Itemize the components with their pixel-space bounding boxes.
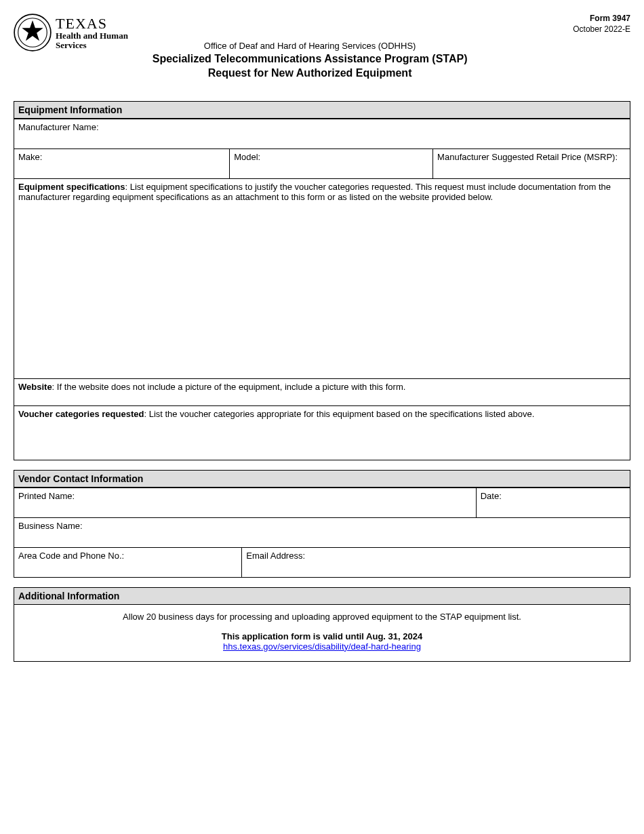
form-meta: Form 3947 October 2022-E xyxy=(573,14,630,35)
manufacturer-name-field[interactable]: Manufacturer Name: xyxy=(14,119,630,148)
email-field[interactable]: Email Address: xyxy=(242,547,630,577)
website-text: : If the website does not include a pict… xyxy=(52,382,406,392)
phone-field[interactable]: Area Code and Phone No.: xyxy=(14,547,242,577)
equipment-table: Manufacturer Name: Make: Model: Manufact… xyxy=(14,119,630,460)
date-label: Date: xyxy=(481,491,502,501)
additional-body: Allow 20 business days for processing an… xyxy=(14,605,630,662)
business-name-field[interactable]: Business Name: xyxy=(14,517,630,547)
form-number: Form 3947 xyxy=(573,14,630,24)
processing-note: Allow 20 business days for processing an… xyxy=(18,612,626,622)
msrp-label: Manufacturer Suggested Retail Price (MSR… xyxy=(437,152,618,162)
date-field[interactable]: Date: xyxy=(476,488,630,517)
business-name-label: Business Name: xyxy=(18,521,83,531)
manufacturer-name-label: Manufacturer Name: xyxy=(18,122,99,132)
office-name: Office of Deaf and Hard of Hearing Servi… xyxy=(47,41,573,51)
make-field[interactable]: Make: xyxy=(14,148,230,178)
vendor-table: Printed Name: Date: Business Name: Area … xyxy=(14,488,630,578)
vendor-section-header: Vendor Contact Information xyxy=(14,470,630,488)
website-label: Website xyxy=(18,382,52,392)
msrp-field[interactable]: Manufacturer Suggested Retail Price (MSR… xyxy=(433,148,630,178)
phone-label: Area Code and Phone No.: xyxy=(18,551,124,561)
form-title-block: Office of Deaf and Hard of Hearing Servi… xyxy=(47,14,573,81)
svg-marker-2 xyxy=(22,20,43,41)
make-label: Make: xyxy=(18,152,42,162)
voucher-categories-field[interactable]: Voucher categories requested: List the v… xyxy=(14,405,630,460)
voucher-label: Voucher categories requested xyxy=(18,409,144,419)
website-field[interactable]: Website: If the website does not include… xyxy=(14,378,630,405)
printed-name-label: Printed Name: xyxy=(18,491,75,501)
program-name: Specialized Telecommunications Assistanc… xyxy=(47,52,573,66)
form-subtitle: Request for New Authorized Equipment xyxy=(47,66,573,81)
model-field[interactable]: Model: xyxy=(230,148,433,178)
equipment-specifications-field[interactable]: Equipment specifications: List equipment… xyxy=(14,178,630,378)
email-label: Email Address: xyxy=(246,551,305,561)
hhs-link[interactable]: hhs.texas.gov/services/disability/deaf-h… xyxy=(223,641,421,652)
valid-until: This application form is valid until Aug… xyxy=(18,631,626,641)
voucher-text: : List the voucher categories appropriat… xyxy=(144,409,534,419)
model-label: Model: xyxy=(234,152,260,162)
spec-label: Equipment specifications xyxy=(18,182,125,192)
page-header: TEXAS Health and Human Services Office o… xyxy=(14,14,630,81)
form-revision: October 2022-E xyxy=(573,24,630,35)
texas-seal-icon xyxy=(14,14,52,52)
printed-name-field[interactable]: Printed Name: xyxy=(14,488,477,517)
additional-section-header: Additional Information xyxy=(14,587,630,605)
equipment-section-header: Equipment Information xyxy=(14,101,630,119)
